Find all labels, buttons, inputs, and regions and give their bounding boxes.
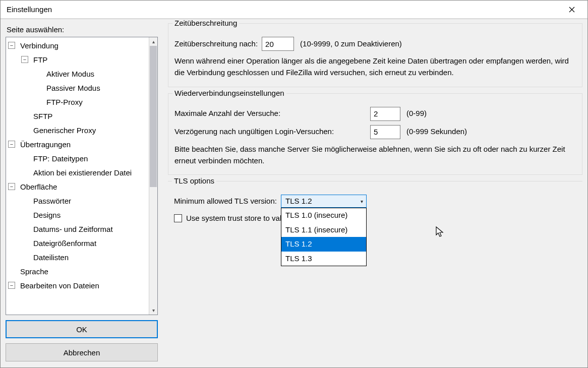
cancel-button[interactable]: Abbrechen (6, 343, 158, 361)
retry-delay-input[interactable] (370, 125, 400, 139)
tree-item-label: Verbindung (18, 40, 61, 51)
settings-dialog: Einstellungen Seite auswählen: −Verbindu… (0, 0, 588, 368)
collapse-icon[interactable]: − (8, 42, 15, 49)
max-retries-input[interactable] (370, 107, 400, 121)
tree-item[interactable]: −Bearbeiten von Dateien (6, 278, 149, 292)
tree-item[interactable]: Dateilisten (6, 250, 149, 264)
tls-group: TLS options Minimum allowed TLS version:… (168, 181, 582, 303)
tls-option[interactable]: TLS 1.0 (insecure) (281, 208, 366, 223)
tree-item[interactable]: −Verbindung (6, 38, 149, 52)
tree-item-label: Oberfläche (18, 181, 59, 192)
tree-item[interactable]: Aktiver Modus (6, 67, 149, 81)
titlebar: Einstellungen (1, 1, 587, 19)
timeout-label: Zeitüberschreitung nach: (174, 38, 258, 50)
left-pane: Seite auswählen: −Verbindung−FTPAktiver … (1, 19, 163, 367)
tree-item-label: FTP: Dateitypen (31, 153, 90, 164)
tree-item[interactable]: −Übertragungen (6, 137, 149, 151)
retry-delay-hint: (0-999 Sekunden) (406, 126, 467, 138)
tls-option[interactable]: TLS 1.3 (281, 252, 366, 266)
tree-item[interactable]: SFTP (6, 109, 149, 123)
settings-panel: Zeitüberschreitung Zeitüberschreitung na… (163, 19, 587, 367)
dialog-body: Seite auswählen: −Verbindung−FTPAktiver … (1, 19, 587, 367)
tree-item[interactable]: −FTP (6, 52, 149, 67)
tree-item-label: Übertragungen (18, 139, 73, 150)
tree-item-label: Passwörter (31, 196, 73, 206)
tls-version-selected: TLS 1.2 (285, 196, 312, 207)
collapse-icon[interactable]: − (21, 56, 28, 63)
tree-item[interactable]: FTP-Proxy (6, 95, 149, 109)
tls-legend: TLS options (172, 176, 216, 185)
tree-item[interactable]: −Oberfläche (6, 179, 149, 194)
timeout-description: Wenn während einer Operation länger als … (174, 55, 576, 79)
reconnect-group: Wiederverbindungseinstellungen Maximale … (168, 93, 582, 175)
tree-item-label: Generischer Proxy (31, 125, 98, 136)
tree-item[interactable]: Datums- und Zeitformat (6, 222, 149, 236)
tree-item[interactable]: FTP: Dateitypen (6, 151, 149, 165)
tree-item-label: Designs (31, 210, 63, 220)
reconnect-legend: Wiederverbindungseinstellungen (172, 89, 286, 97)
settings-tree[interactable]: −Verbindung−FTPAktiver ModusPassiver Mod… (6, 37, 149, 315)
scroll-down-icon[interactable]: ▾ (149, 306, 158, 315)
tls-version-select[interactable]: TLS 1.2 ▾ (281, 195, 367, 208)
close-button[interactable] (560, 1, 583, 19)
scroll-thumb[interactable] (150, 46, 157, 187)
timeout-group: Zeitüberschreitung Zeitüberschreitung na… (168, 23, 582, 87)
collapse-icon[interactable]: − (8, 141, 15, 148)
max-retries-label: Maximale Anzahl der Versuche: (174, 108, 366, 119)
tree-item-label: Aktiver Modus (44, 69, 96, 79)
chevron-down-icon: ▾ (361, 198, 363, 205)
tree-item-label: Dateilisten (31, 252, 71, 263)
timeout-legend: Zeitüberschreitung (172, 19, 239, 27)
tree-item[interactable]: Generischer Proxy (6, 123, 149, 137)
max-retries-hint: (0-99) (406, 108, 427, 119)
tree-item[interactable]: Passiver Modus (6, 81, 149, 95)
tls-version-select-wrap: TLS 1.2 ▾ TLS 1.0 (insecure)TLS 1.1 (ins… (281, 195, 367, 208)
tree-item[interactable]: Passwörter (6, 194, 149, 208)
tree-item-label: Aktion bei existierender Datei (31, 167, 134, 178)
select-page-label: Seite auswählen: (7, 25, 158, 34)
tls-version-dropdown[interactable]: TLS 1.0 (insecure)TLS 1.1 (insecure)TLS … (281, 208, 367, 266)
tree-item[interactable]: Aktion bei existierender Datei (6, 165, 149, 179)
reconnect-description: Bitte beachten Sie, dass manche Server S… (174, 143, 576, 167)
tree-item-label: FTP-Proxy (44, 97, 85, 107)
tls-min-label: Minimum allowed TLS version: (174, 196, 277, 207)
tree-item-label: Datums- und Zeitformat (31, 224, 115, 234)
tree-item-label: Sprache (18, 266, 50, 277)
tls-option[interactable]: TLS 1.2 (281, 237, 366, 252)
close-icon (569, 6, 575, 14)
dialog-buttons: OK Abbrechen (6, 320, 158, 361)
tree-item-label: Passiver Modus (44, 83, 102, 93)
tree-item-label: Dateigrößenformat (31, 238, 98, 249)
scroll-up-icon[interactable]: ▴ (149, 37, 158, 46)
collapse-icon[interactable]: − (8, 282, 15, 289)
retry-delay-label: Verzögerung nach ungültigen Login-Versuc… (174, 126, 366, 138)
timeout-hint: (10-9999, 0 zum Deaktivieren) (300, 38, 402, 50)
tree-scrollbar[interactable]: ▴ ▾ (149, 37, 157, 315)
tree-item[interactable]: Sprache (6, 264, 149, 278)
tree-item[interactable]: Dateigrößenformat (6, 236, 149, 250)
ok-button[interactable]: OK (6, 320, 158, 338)
tree-item-label: Bearbeiten von Dateien (18, 280, 101, 291)
timeout-input[interactable] (262, 37, 294, 51)
collapse-icon[interactable]: − (8, 183, 15, 190)
tree-item-label: SFTP (31, 111, 54, 121)
trust-store-label: Use system trust store to val (186, 214, 281, 222)
tree-item-label: FTP (31, 54, 49, 65)
settings-tree-container: −Verbindung−FTPAktiver ModusPassiver Mod… (6, 37, 158, 315)
window-title: Einstellungen (7, 5, 52, 14)
tls-option[interactable]: TLS 1.1 (insecure) (281, 223, 366, 237)
tree-item[interactable]: Designs (6, 208, 149, 222)
trust-store-checkbox[interactable] (174, 214, 182, 222)
